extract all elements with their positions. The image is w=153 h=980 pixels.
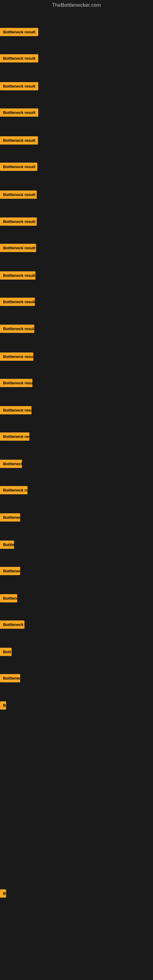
bottleneck-badge: Bottleneck result <box>0 28 38 36</box>
bottleneck-result-item[interactable]: Bottleneck result <box>0 353 33 362</box>
bottleneck-result-item[interactable]: Bottleneck result <box>0 271 35 281</box>
bottleneck-result-item[interactable]: Bottleneck result <box>0 82 38 92</box>
bottleneck-badge: Bott <box>0 648 12 656</box>
bottleneck-result-item[interactable]: Bottleneck result <box>0 54 38 64</box>
bottleneck-badge: Bottleneck <box>0 460 22 468</box>
bottleneck-badge: Bottleneck result <box>0 218 37 226</box>
bottleneck-result-item[interactable]: Bottleneck result <box>0 218 37 227</box>
bottleneck-result-item[interactable]: Bottlend <box>0 594 17 604</box>
bottleneck-result-item[interactable]: Bottleneck <box>0 460 22 469</box>
bottleneck-badge: Bottleneck r <box>0 620 24 629</box>
bottleneck-badge: Bottleneck result <box>0 406 32 414</box>
bottleneck-result-item[interactable]: Bottleneck result <box>0 325 34 334</box>
bottleneck-result-item[interactable]: Bottleneck result <box>0 136 38 146</box>
bottleneck-badge: B <box>0 701 6 710</box>
bottleneck-result-item[interactable]: Bottleneck resu <box>0 433 29 442</box>
bottleneck-result-item[interactable]: Bottleneck res <box>0 486 27 495</box>
bottleneck-badge: Bottlenec <box>0 674 20 682</box>
bottleneck-badge: Bottleneck result <box>0 108 38 117</box>
bottleneck-result-item[interactable]: Bottlenec <box>0 674 20 684</box>
bottleneck-badge: Bottlenec <box>0 567 20 575</box>
bottleneck-result-item[interactable]: Bottleneck result <box>0 298 35 307</box>
bottleneck-badge: Bottleneck result <box>0 244 36 252</box>
bottleneck-badge: Bottleneck result <box>0 298 35 306</box>
bottleneck-result-item[interactable]: Bottleneck result <box>0 379 32 388</box>
bottleneck-badge: Bottleneck res <box>0 486 27 494</box>
bottleneck-badge: Bottleneck result <box>0 191 37 199</box>
bottleneck-result-item[interactable]: Bottlenec <box>0 513 20 523</box>
bottleneck-badge: Bottleneck result <box>0 271 35 280</box>
bottleneck-badge: Bottlenec <box>0 513 20 522</box>
bottleneck-result-item[interactable]: B <box>0 889 6 899</box>
bottleneck-result-item[interactable]: Bottleneck result <box>0 191 37 200</box>
bottleneck-badge: Bottleneck result <box>0 353 33 361</box>
bottleneck-badge: Bottleneck result <box>0 136 38 145</box>
bottleneck-result-item[interactable]: Bottleneck result <box>0 108 38 118</box>
bottleneck-result-item[interactable]: Bott <box>0 648 12 657</box>
bottleneck-result-item[interactable]: Bottleneck result <box>0 162 37 172</box>
bottleneck-badge: Bottleneck resu <box>0 433 29 441</box>
bottleneck-result-item[interactable]: Bottle <box>0 541 14 550</box>
site-title: TheBottlenecker.com <box>0 0 153 10</box>
bottleneck-badge: Bottle <box>0 541 14 549</box>
bottleneck-badge: Bottleneck result <box>0 379 32 387</box>
bottleneck-badge: Bottlend <box>0 594 17 602</box>
bottleneck-result-item[interactable]: Bottlenec <box>0 567 20 576</box>
bottleneck-result-item[interactable]: Bottleneck result <box>0 406 32 415</box>
bottleneck-result-item[interactable]: Bottleneck result <box>0 28 38 37</box>
bottleneck-badge: Bottleneck result <box>0 54 38 62</box>
bottleneck-badge: B <box>0 889 6 897</box>
bottleneck-result-item[interactable]: B <box>0 701 6 711</box>
bottleneck-badge: Bottleneck result <box>0 162 37 171</box>
bottleneck-badge: Bottleneck result <box>0 82 38 90</box>
bottleneck-result-item[interactable]: Bottleneck r <box>0 620 24 630</box>
bottleneck-result-item[interactable]: Bottleneck result <box>0 244 36 253</box>
bottleneck-badge: Bottleneck result <box>0 325 34 333</box>
